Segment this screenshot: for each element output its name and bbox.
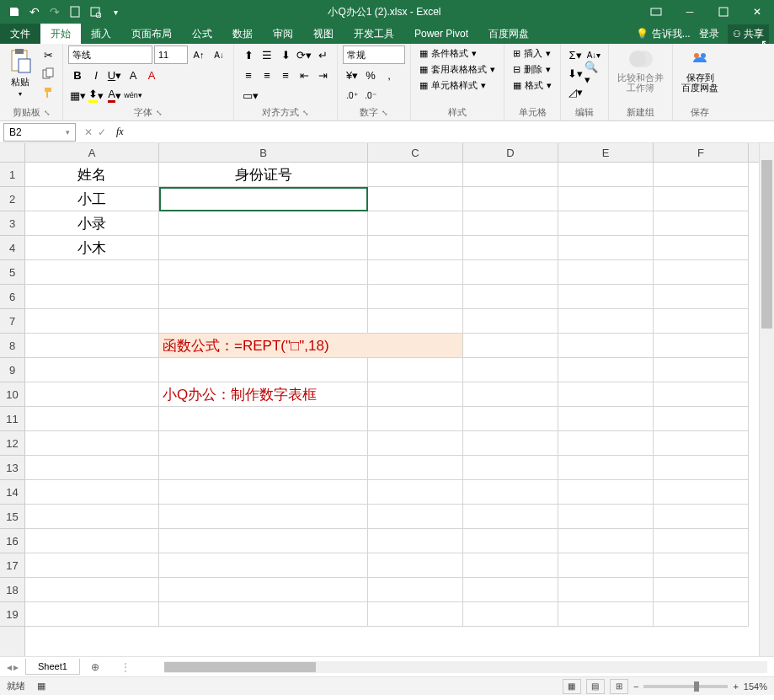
cell-F5[interactable] [654, 260, 749, 285]
cell-C6[interactable] [368, 285, 463, 309]
cell-C18[interactable] [368, 578, 463, 602]
format-cells-button[interactable]: ▦ 格式 ▾ [510, 77, 555, 94]
cond-format-button[interactable]: ▦ 条件格式 ▾ [416, 45, 499, 61]
insert-cells-button[interactable]: ⊞ 插入 ▾ [510, 45, 555, 61]
cell-F1[interactable] [654, 163, 749, 187]
cells-area[interactable]: 姓名身份证号小工小录小木函数公式：=REPT("□",18)小Q办公：制作数字表… [25, 163, 759, 656]
cell-E17[interactable] [558, 553, 654, 578]
tab-formula[interactable]: 公式 [182, 24, 222, 44]
redo-icon[interactable]: ↷ [45, 3, 64, 21]
qat-more-icon[interactable]: ▾ [106, 3, 125, 21]
row-header-4[interactable]: 4 [0, 236, 24, 260]
clipboard-launcher[interactable]: ⤡ [44, 109, 51, 117]
cell-C17[interactable] [368, 553, 463, 578]
minimize-icon[interactable]: ─ [673, 0, 707, 24]
autosum-button[interactable]: Σ▾ [566, 45, 585, 64]
column-header-F[interactable]: F [654, 143, 749, 162]
cell-A7[interactable] [25, 309, 159, 334]
cell-A19[interactable] [25, 602, 159, 627]
column-header-B[interactable]: B [159, 143, 368, 162]
row-header-17[interactable]: 17 [0, 553, 24, 578]
cell-C13[interactable] [368, 456, 463, 480]
cell-F4[interactable] [654, 236, 749, 260]
tab-dev[interactable]: 开发工具 [344, 24, 404, 44]
zoom-slider[interactable] [643, 685, 728, 688]
font-color-button[interactable]: A▾ [105, 86, 124, 104]
column-header-D[interactable]: D [463, 143, 558, 162]
cell-E19[interactable] [558, 602, 654, 627]
inc-decimal[interactable]: .0⁺ [343, 86, 361, 104]
scrollbar-thumb[interactable] [761, 160, 772, 329]
cell-B2[interactable] [159, 187, 368, 211]
cell-B12[interactable] [159, 431, 368, 456]
tab-data[interactable]: 数据 [222, 24, 263, 44]
font-name-select[interactable] [68, 45, 152, 64]
cell-C2[interactable] [368, 187, 463, 211]
font-size-select[interactable] [154, 45, 188, 64]
bold-button[interactable]: B [68, 66, 87, 84]
row-header-5[interactable]: 5 [0, 260, 24, 285]
cell-B8[interactable]: 函数公式：=REPT("□",18) [159, 334, 463, 358]
cell-B14[interactable] [159, 480, 368, 505]
cell-D12[interactable] [463, 431, 558, 456]
cell-D4[interactable] [463, 236, 558, 260]
cell-E5[interactable] [558, 260, 654, 285]
add-sheet-button[interactable]: ⊕ [87, 659, 104, 676]
cell-E13[interactable] [558, 456, 654, 480]
enter-formula-icon[interactable]: ✓ [98, 126, 106, 138]
increase-font-button[interactable]: A↑ [189, 45, 208, 64]
cell-D7[interactable] [463, 309, 558, 334]
cell-B13[interactable] [159, 456, 368, 480]
column-header-E[interactable]: E [558, 143, 654, 162]
cell-B11[interactable] [159, 407, 368, 431]
select-all-corner[interactable] [0, 143, 25, 163]
maximize-icon[interactable] [707, 0, 740, 24]
cell-C10[interactable] [368, 382, 463, 407]
cell-A16[interactable] [25, 529, 159, 553]
undo-icon[interactable]: ↶ [25, 3, 44, 21]
delete-cells-button[interactable]: ⊟ 删除 ▾ [510, 61, 555, 77]
cell-F15[interactable] [654, 505, 749, 529]
cell-C11[interactable] [368, 407, 463, 431]
formula-input[interactable] [129, 123, 774, 142]
cell-D13[interactable] [463, 456, 558, 480]
cell-F16[interactable] [654, 529, 749, 553]
cell-E12[interactable] [558, 431, 654, 456]
cell-A12[interactable] [25, 431, 159, 456]
orientation[interactable]: ⟳▾ [295, 45, 313, 64]
view-normal-button[interactable]: ▦ [563, 679, 581, 694]
indent-inc[interactable]: ⇥ [313, 66, 332, 84]
cell-B18[interactable] [159, 578, 368, 602]
decrease-font-button[interactable]: A↓ [210, 45, 228, 64]
font-more2[interactable]: A [142, 66, 161, 84]
cell-F19[interactable] [654, 602, 749, 627]
row-header-2[interactable]: 2 [0, 187, 24, 211]
cell-F7[interactable] [654, 309, 749, 334]
cell-A17[interactable] [25, 553, 159, 578]
fill-button[interactable]: ⬇▾ [566, 64, 585, 83]
new-icon[interactable] [66, 3, 84, 21]
row-header-1[interactable]: 1 [0, 163, 24, 187]
cell-E3[interactable] [558, 211, 654, 236]
row-header-19[interactable]: 19 [0, 602, 24, 627]
cell-B3[interactable] [159, 211, 368, 236]
fill-color-button[interactable]: ⬍▾ [87, 86, 105, 104]
cell-F6[interactable] [654, 285, 749, 309]
cell-C1[interactable] [368, 163, 463, 187]
cell-D6[interactable] [463, 285, 558, 309]
cell-D18[interactable] [463, 578, 558, 602]
row-header-15[interactable]: 15 [0, 505, 24, 529]
hscroll-thumb[interactable] [164, 662, 316, 672]
cell-E10[interactable] [558, 382, 654, 407]
cell-B1[interactable]: 身份证号 [159, 163, 368, 187]
cell-D9[interactable] [463, 358, 558, 382]
align-bot[interactable]: ⬇ [276, 45, 295, 64]
row-header-10[interactable]: 10 [0, 382, 24, 407]
align-launcher[interactable]: ⤡ [302, 109, 309, 117]
font-more1[interactable]: A [124, 66, 142, 84]
phonetic-button[interactable]: wén▾ [124, 86, 142, 104]
row-header-8[interactable]: 8 [0, 334, 24, 358]
row-header-6[interactable]: 6 [0, 285, 24, 309]
tab-review[interactable]: 审阅 [263, 24, 303, 44]
align-center[interactable]: ≡ [258, 66, 276, 84]
